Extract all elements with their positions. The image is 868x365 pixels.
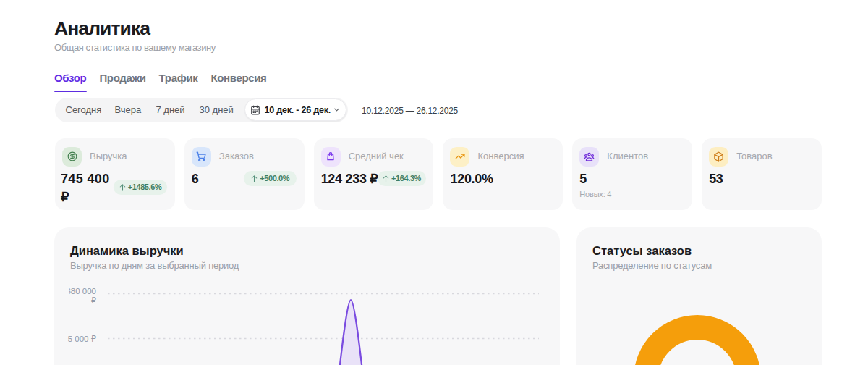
svg-text:680 000: 680 000 [66, 287, 96, 295]
svg-text:5 000 ₽: 5 000 ₽ [68, 335, 96, 343]
svg-text:₽: ₽ [91, 295, 96, 304]
